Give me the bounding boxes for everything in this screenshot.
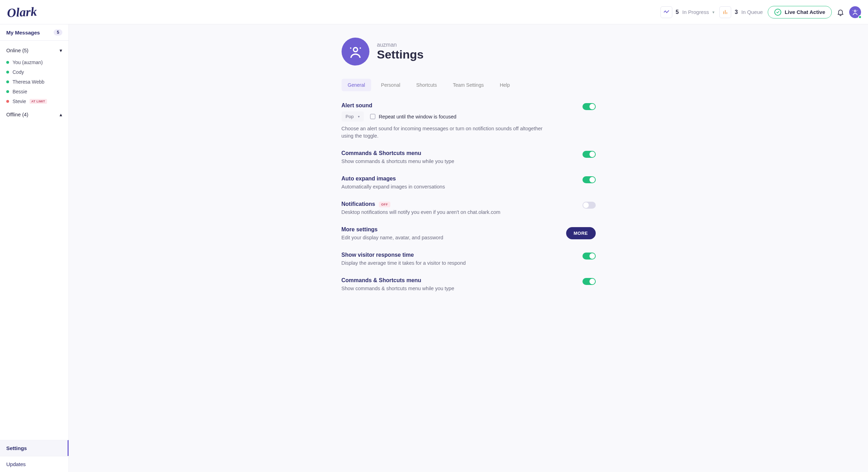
more-button[interactable]: MORE <box>566 227 596 239</box>
tab-help[interactable]: Help <box>493 79 516 91</box>
setting-auto-expand-images: Auto expand images Automatically expand … <box>342 176 596 191</box>
setting-desc: Edit your display name, avatar, and pass… <box>342 234 556 241</box>
activity-icon <box>660 6 672 18</box>
svg-point-6 <box>353 48 358 52</box>
setting-commands-shortcuts: Commands & Shortcuts menu Show commands … <box>342 150 596 165</box>
live-chat-status[interactable]: Live Chat Active <box>768 6 832 18</box>
user-avatar[interactable] <box>849 6 861 18</box>
sidebar-user-bessie[interactable]: Bessie <box>6 87 62 96</box>
svg-point-3 <box>854 10 856 12</box>
select-value: Pop <box>346 114 354 119</box>
sidebar-user-theresa[interactable]: Theresa Webb <box>6 77 62 87</box>
setting-desc: Automatically expand images in conversat… <box>342 183 572 191</box>
setting-title: Commands & Shortcuts menu <box>342 150 572 156</box>
setting-title: Alert sound <box>342 102 572 109</box>
setting-alert-sound: Alert sound Pop ▾ Repeat until the windo… <box>342 102 596 140</box>
status-dot-icon <box>6 100 9 103</box>
tab-shortcuts[interactable]: Shortcuts <box>410 79 443 91</box>
in-queue-label: In Queue <box>741 9 763 15</box>
my-messages-link[interactable]: My Messages 5 <box>6 29 62 36</box>
user-name: You (auzman) <box>13 60 43 65</box>
setting-visitor-response-time: Show visitor response time Display the a… <box>342 252 596 267</box>
setting-desc: Desktop notifications will notify you ev… <box>342 209 572 216</box>
chevron-down-icon: ▾ <box>60 48 62 53</box>
notifications-bell-icon[interactable] <box>837 8 844 16</box>
check-circle-icon <box>774 9 781 16</box>
setting-title: Notifications OFF <box>342 201 572 207</box>
setting-title: More settings <box>342 226 556 233</box>
sidebar-updates-link[interactable]: Updates <box>0 456 69 472</box>
sidebar-user-cody[interactable]: Cody <box>6 67 62 77</box>
in-progress-stat[interactable]: 5 In Progress ▾ <box>660 6 715 18</box>
setting-title: Commands & Shortcuts menu <box>342 277 572 284</box>
tab-general[interactable]: General <box>342 79 372 91</box>
tab-team-settings[interactable]: Team Settings <box>447 79 490 91</box>
off-badge: OFF <box>379 202 390 207</box>
live-chat-label: Live Chat Active <box>785 9 825 15</box>
brand-logo[interactable]: Olark <box>7 4 37 20</box>
page-subtitle: auzman <box>377 42 424 48</box>
status-dot-icon <box>6 90 9 93</box>
setting-more-settings: More settings Edit your display name, av… <box>342 226 596 241</box>
svg-point-5 <box>857 10 858 11</box>
setting-desc: Choose an alert sound for incoming meess… <box>342 125 547 140</box>
alert-sound-select[interactable]: Pop ▾ <box>342 111 364 122</box>
sidebar-settings-link[interactable]: Settings <box>0 440 69 456</box>
repeat-checkbox[interactable]: Repeat until the window is focused <box>370 114 456 119</box>
offline-group-label: Offline (4) <box>6 112 28 117</box>
status-dot-icon <box>6 61 9 64</box>
online-group-toggle[interactable]: Online (5) ▾ <box>6 46 62 55</box>
setting-notifications: Notifications OFF Desktop notifications … <box>342 201 596 216</box>
offline-group-toggle[interactable]: Offline (4) ▴ <box>6 110 62 119</box>
commands-toggle[interactable] <box>582 151 596 158</box>
chevron-up-icon: ▴ <box>60 112 62 117</box>
user-name: Cody <box>13 69 24 75</box>
checkbox-icon <box>370 114 375 119</box>
user-name: Theresa Webb <box>13 79 45 85</box>
bars-icon <box>719 6 731 18</box>
sidebar-user-stevie[interactable]: StevieAT LIMIT <box>6 96 62 106</box>
my-messages-label: My Messages <box>6 30 40 36</box>
visitor-response-toggle[interactable] <box>582 253 596 260</box>
status-dot-icon <box>6 80 9 83</box>
chevron-down-icon: ▾ <box>358 115 360 118</box>
settings-tabs: General Personal Shortcuts Team Settings… <box>342 79 596 91</box>
sidebar: My Messages 5 Online (5) ▾ You (auzman) … <box>0 24 69 472</box>
my-messages-count: 5 <box>54 29 62 36</box>
setting-title: Show visitor response time <box>342 252 572 258</box>
in-queue-count: 3 <box>735 9 738 15</box>
setting-commands-shortcuts-2: Commands & Shortcuts menu Show commands … <box>342 277 596 292</box>
chevron-down-icon: ▾ <box>712 10 714 15</box>
presence-dot-icon <box>858 15 862 19</box>
setting-title: Auto expand images <box>342 176 572 182</box>
in-progress-count: 5 <box>676 9 679 15</box>
user-name: Stevie <box>13 99 26 104</box>
online-group-label: Online (5) <box>6 48 29 53</box>
auto-expand-toggle[interactable] <box>582 176 596 183</box>
tab-personal[interactable]: Personal <box>375 79 406 91</box>
in-progress-label: In Progress <box>682 9 709 15</box>
svg-point-8 <box>359 47 361 49</box>
svg-point-4 <box>853 10 853 11</box>
setting-desc: Show commands & shortcuts menu while you… <box>342 285 572 292</box>
in-queue-stat[interactable]: 3 In Queue <box>719 6 763 18</box>
profile-avatar <box>342 38 369 65</box>
setting-desc: Display the average time it takes for a … <box>342 260 572 267</box>
checkbox-label: Repeat until the window is focused <box>379 114 456 119</box>
commands2-toggle[interactable] <box>582 278 596 285</box>
sidebar-user-you[interactable]: You (auzman) <box>6 57 62 67</box>
status-dot-icon <box>6 71 9 73</box>
svg-point-7 <box>350 47 351 49</box>
user-name: Bessie <box>13 89 27 94</box>
setting-desc: Show commands & shortcuts menu while you… <box>342 158 572 165</box>
alert-sound-toggle[interactable] <box>582 103 596 110</box>
limit-tag: AT LIMIT <box>30 99 47 104</box>
notifications-toggle[interactable] <box>582 202 596 209</box>
page-title: Settings <box>377 48 424 61</box>
